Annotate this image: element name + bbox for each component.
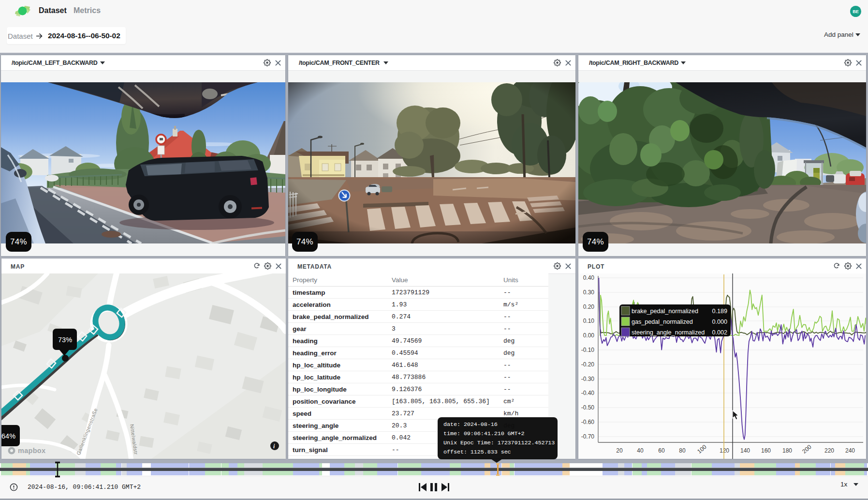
svg-text:-0.60: -0.60 [581,419,595,425]
svg-text:140: 140 [740,447,750,454]
svg-text:73%: 73% [58,336,72,344]
svg-text:0.00: 0.00 [583,332,595,339]
svg-text:-0.50: -0.50 [581,404,595,411]
svg-text:40: 40 [637,447,644,454]
svg-text:-0.20: -0.20 [581,361,595,368]
svg-text:0.189: 0.189 [712,308,727,315]
svg-text:0.000: 0.000 [712,318,727,325]
svg-text:0.002: 0.002 [712,329,727,336]
svg-text:240: 240 [845,447,855,454]
svg-text:-0.70: -0.70 [581,433,595,440]
svg-text:-0.10: -0.10 [581,347,595,353]
svg-text:gas_pedal_normalized: gas_pedal_normalized [632,318,693,325]
svg-text:-0.40: -0.40 [581,390,595,396]
svg-text:20: 20 [616,447,623,454]
svg-text:steering_angle_normalized: steering_angle_normalized [632,329,705,336]
svg-text:180: 180 [782,447,792,454]
svg-text:64%: 64% [1,432,15,440]
svg-text:0.30: 0.30 [583,289,595,296]
svg-text:-0.30: -0.30 [581,376,595,382]
svg-text:160: 160 [761,447,771,454]
svg-text:0.20: 0.20 [583,303,595,310]
svg-text:80: 80 [679,447,686,454]
svg-text:0.40: 0.40 [583,274,595,281]
svg-text:mapbox: mapbox [18,447,45,455]
svg-text:120: 120 [720,447,729,454]
svg-text:0.10: 0.10 [583,318,595,324]
svg-text:60: 60 [658,447,665,454]
svg-text:220: 220 [824,447,834,454]
svg-text:brake_pedal_normalized: brake_pedal_normalized [632,308,698,315]
